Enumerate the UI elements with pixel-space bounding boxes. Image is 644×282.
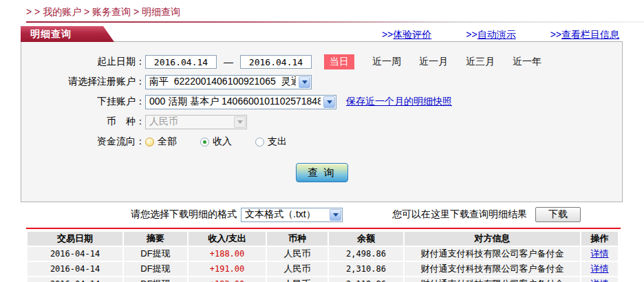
breadcrumb-separator: >: [131, 6, 142, 17]
radio-checked-icon: [200, 138, 209, 147]
header-balance: 余额: [329, 232, 403, 246]
cell-amount: +188.00: [189, 247, 266, 261]
transactions-table: 交易日期 摘要 收入/支出 币种 余额 对方信息 操作 2016-04-14DF…: [26, 230, 619, 282]
column-info-link[interactable]: >>查看栏目信息: [550, 29, 619, 41]
download-hint: 您可以在这里下载查询明细结果: [392, 208, 527, 221]
header-currency: 币种: [267, 232, 328, 246]
double-arrow-icon: >>: [382, 29, 393, 40]
double-arrow-icon: >>: [550, 29, 561, 40]
cell-counterparty: 财付通支付科技有限公司客户备付金: [405, 247, 580, 261]
panel-tab-title: 明细查询: [21, 26, 114, 42]
page: > > 我的账户 > 账务查询 > 明细查询 明细查询 >>体验评价 >>自动演…: [0, 0, 644, 282]
cell-summary: DF提现: [124, 277, 187, 282]
breadcrumb-separator: >: [81, 6, 92, 17]
detail-link[interactable]: 详情: [591, 279, 609, 282]
range-last-year[interactable]: 近一年: [513, 56, 541, 68]
query-form-panel: 起止日期： — 当日 近一周 近一月 近三月 近一年 请选择注册账户： 南平 6…: [21, 41, 623, 202]
register-account-row: 请选择注册账户： 南平 6222001406100921065 灵通卡: [21, 74, 622, 89]
flow-direction-label: 资金流向：: [21, 135, 145, 148]
cell-counterparty: 财付通支付科技有限公司客户备付金: [405, 262, 580, 276]
auto-demo-link[interactable]: >>自动演示: [466, 29, 515, 41]
cell-currency: 人民币: [267, 247, 328, 261]
cell-balance: 2,119.86: [329, 277, 403, 282]
header-action: 操作: [581, 232, 618, 246]
snapshot-link[interactable]: 保存近一个月的明细快照: [346, 96, 452, 108]
sub-account-row: 下挂账户： 000 活期 基本户 1406600101102571848 保存近…: [21, 94, 622, 109]
flow-radio-expense[interactable]: 支出: [255, 135, 287, 148]
range-today-badge[interactable]: 当日: [324, 54, 354, 69]
flow-radio-income[interactable]: 收入: [200, 135, 232, 148]
flow-radio-all-label: 全部: [158, 135, 177, 148]
register-account-label: 请选择注册账户：: [21, 76, 145, 88]
header-amount: 收入/支出: [189, 232, 266, 246]
cell-balance: 2,310.86: [329, 262, 403, 276]
double-arrow-icon: >>: [466, 29, 477, 40]
transactions-tbody: 2016-04-14DF提现+188.00人民币2,498.86财付通支付科技有…: [28, 247, 618, 282]
breadcrumb-item-detail-query: 明细查询: [142, 6, 180, 17]
download-format-value: 文本格式（.txt）: [245, 208, 316, 221]
register-account-select[interactable]: 南平 6222001406100921065 灵通卡: [145, 75, 312, 89]
date-from-input[interactable]: [145, 55, 217, 69]
currency-label: 币 种：: [21, 116, 145, 128]
header-summary: 摘要: [124, 232, 187, 246]
date-range-label: 起止日期：: [21, 56, 145, 68]
cell-currency: 人民币: [267, 277, 328, 282]
cell-balance: 2,498.86: [329, 247, 403, 261]
download-button[interactable]: 下载: [535, 207, 581, 222]
sub-account-select[interactable]: 000 活期 基本户 1406600101102571848: [145, 95, 336, 109]
cell-summary: DF提现: [124, 262, 187, 276]
cell-summary: DF提现: [124, 247, 187, 261]
flow-radio-income-label: 收入: [213, 135, 232, 148]
cell-date: 2016-04-14: [28, 262, 122, 276]
header-counterparty: 对方信息: [405, 232, 580, 246]
range-last-quarter[interactable]: 近三月: [466, 56, 495, 68]
flow-radio-all[interactable]: 全部: [145, 135, 177, 148]
header-date: 交易日期: [28, 232, 122, 246]
breadcrumb-prefix: > >: [26, 6, 43, 17]
cell-currency: 人民币: [267, 262, 328, 276]
table-top-divider: [26, 228, 621, 229]
radio-icon: [145, 138, 154, 147]
table-row: 2016-04-14DF提现+183.00人民币2,119.86财付通支付科技有…: [28, 277, 618, 282]
dropdown-arrow-icon: [323, 96, 335, 108]
dropdown-arrow-icon: [299, 76, 310, 88]
table-header-row: 交易日期 摘要 收入/支出 币种 余额 对方信息 操作: [28, 232, 618, 246]
radio-icon: [255, 138, 264, 147]
cell-action: 详情: [581, 277, 618, 282]
query-button-row: 查 询: [21, 163, 622, 182]
range-last-week[interactable]: 近一周: [372, 56, 401, 68]
cell-amount: +191.00: [189, 262, 266, 276]
cell-action: 详情: [581, 262, 618, 276]
sub-account-label: 下挂账户：: [21, 96, 145, 108]
cell-counterparty: 财付通支付科技有限公司客户备付金: [405, 277, 580, 282]
breadcrumb: > > 我的账户 > 账务查询 > 明细查询: [26, 6, 180, 19]
dropdown-arrow-icon: [234, 116, 246, 128]
currency-value: 人民币: [149, 116, 178, 128]
flow-direction-row: 资金流向： 全部 收入 支出: [21, 134, 622, 149]
top-links: >>体验评价 >>自动演示 >>查看栏目信息: [382, 29, 619, 41]
table-row: 2016-04-14DF提现+191.00人民币2,310.86财付通支付科技有…: [28, 262, 618, 276]
date-separator: —: [224, 56, 233, 67]
date-to-input[interactable]: [240, 55, 312, 69]
date-range-row: 起止日期： — 当日 近一周 近一月 近三月 近一年: [21, 54, 622, 69]
download-row: 请您选择下载明细的格式 文本格式（.txt） 您可以在这里下载查询明细结果 下载: [21, 207, 623, 222]
breadcrumb-item-account-query[interactable]: 账务查询: [92, 6, 131, 17]
experience-review-link[interactable]: >>体验评价: [382, 29, 431, 41]
dropdown-arrow-icon: [330, 209, 341, 221]
table-row: 2016-04-14DF提现+188.00人民币2,498.86财付通支付科技有…: [28, 247, 618, 261]
breadcrumb-item-my-account[interactable]: 我的账户: [43, 6, 81, 17]
query-button[interactable]: 查 询: [296, 163, 348, 182]
cell-action: 详情: [581, 247, 618, 261]
currency-select: 人民币: [145, 115, 247, 129]
range-last-month[interactable]: 近一月: [419, 56, 448, 68]
download-format-select[interactable]: 文本格式（.txt）: [241, 208, 343, 222]
sub-account-value: 000 活期 基本户 1406600101102571848: [149, 96, 321, 108]
cell-amount: +183.00: [189, 277, 266, 282]
register-account-value: 南平 6222001406100921065 灵通卡: [149, 76, 296, 88]
cell-date: 2016-04-14: [28, 277, 122, 282]
cell-date: 2016-04-14: [28, 247, 122, 261]
currency-row: 币 种： 人民币: [21, 114, 622, 129]
detail-link[interactable]: 详情: [591, 263, 609, 274]
detail-link[interactable]: 详情: [591, 248, 609, 259]
flow-radio-expense-label: 支出: [268, 135, 287, 148]
